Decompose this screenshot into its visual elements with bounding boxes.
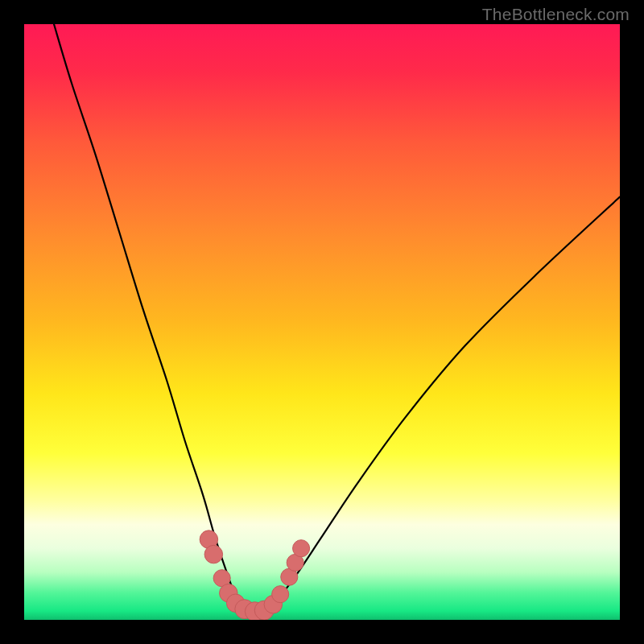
curve-layer: [24, 24, 620, 620]
data-bead: [204, 545, 222, 563]
watermark-text: TheBottleneck.com: [482, 5, 630, 24]
chart-frame: TheBottleneck.com: [0, 0, 644, 644]
data-bead: [293, 540, 310, 557]
bottleneck-curve: [54, 24, 620, 613]
plot-area: [24, 24, 620, 620]
data-bead: [272, 586, 289, 603]
